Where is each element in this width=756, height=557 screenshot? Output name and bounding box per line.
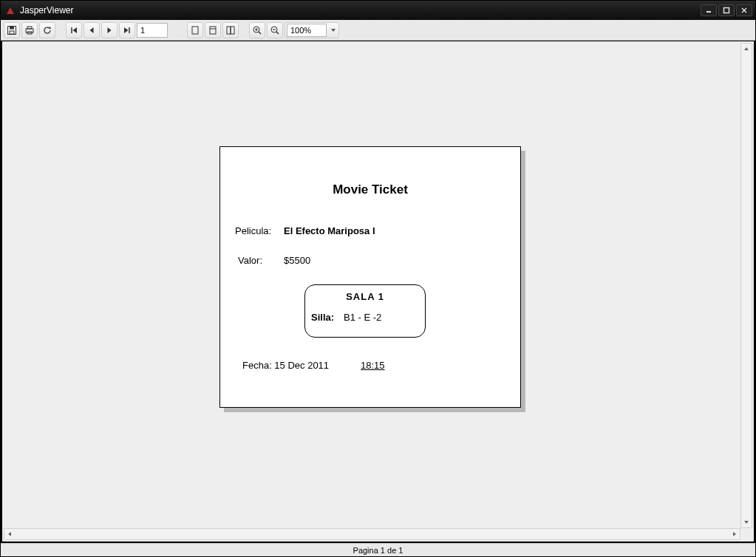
- seat-box: SALA 1 Silla: B1 - E -2: [304, 284, 426, 338]
- scroll-right-icon[interactable]: [729, 529, 740, 539]
- svg-rect-7: [10, 31, 14, 34]
- page-number-input[interactable]: [137, 23, 168, 38]
- document-viewport: Movie Ticket Pelicula: El Efecto Maripos…: [1, 41, 755, 543]
- zoom-input[interactable]: [287, 24, 327, 37]
- prev-page-button[interactable]: [84, 22, 100, 38]
- horizontal-scrollbar[interactable]: [4, 528, 740, 540]
- zoom-out-button[interactable]: [267, 22, 283, 38]
- save-button[interactable]: [4, 22, 20, 38]
- svg-rect-2: [724, 8, 729, 13]
- scroll-up-icon[interactable]: [741, 44, 752, 54]
- minimize-button[interactable]: [701, 4, 717, 16]
- svg-rect-18: [192, 27, 198, 34]
- movie-value: El Efecto Mariposa I: [284, 225, 375, 236]
- fit-width-button[interactable]: [222, 22, 239, 38]
- svg-marker-32: [744, 521, 749, 524]
- svg-rect-19: [210, 27, 216, 34]
- svg-marker-34: [733, 532, 736, 536]
- svg-marker-16: [124, 27, 129, 33]
- svg-rect-9: [27, 27, 32, 29]
- last-page-button[interactable]: [119, 22, 135, 38]
- price-value: $5500: [284, 255, 310, 266]
- svg-marker-30: [331, 29, 336, 32]
- svg-line-28: [276, 32, 279, 34]
- sala-label: SALA 1: [305, 291, 425, 302]
- movie-label: Pelicula:: [235, 225, 271, 236]
- svg-marker-11: [49, 27, 52, 29]
- status-text: Pagina 1 de 1: [353, 546, 403, 555]
- svg-rect-21: [227, 27, 231, 34]
- app-window: JasperViewer: [0, 0, 756, 557]
- actual-size-button[interactable]: [187, 22, 203, 38]
- svg-marker-33: [8, 532, 11, 536]
- scroll-down-icon[interactable]: [741, 517, 752, 527]
- reload-button[interactable]: [39, 22, 55, 38]
- zoom-in-button[interactable]: [249, 22, 265, 38]
- toolbar: [1, 20, 755, 41]
- price-label: Valor:: [238, 255, 262, 266]
- maximize-button[interactable]: [718, 4, 735, 16]
- time-value: 18:15: [361, 360, 385, 371]
- first-page-button[interactable]: [66, 22, 82, 38]
- svg-marker-15: [108, 27, 112, 33]
- fit-page-button[interactable]: [205, 22, 221, 38]
- zoom-dropdown-button[interactable]: [328, 24, 338, 37]
- seat-label: Silla:: [311, 312, 334, 323]
- status-bar: Pagina 1 de 1: [1, 543, 755, 556]
- svg-rect-6: [10, 26, 14, 29]
- next-page-button[interactable]: [101, 22, 118, 38]
- titlebar: JasperViewer: [1, 1, 755, 20]
- date-value: Fecha: 15 Dec 2011: [242, 360, 329, 371]
- svg-marker-0: [7, 7, 14, 14]
- seat-value: B1 - E -2: [344, 312, 381, 323]
- window-controls: [701, 4, 752, 16]
- close-button[interactable]: [736, 4, 752, 16]
- zoom-combo: [285, 22, 339, 38]
- svg-rect-22: [231, 27, 234, 34]
- svg-marker-31: [744, 47, 749, 50]
- window-title: JasperViewer: [20, 5, 701, 16]
- svg-marker-14: [90, 27, 94, 33]
- app-icon: [5, 5, 16, 16]
- scroll-left-icon[interactable]: [4, 529, 15, 539]
- svg-marker-13: [73, 27, 78, 33]
- canvas: Movie Ticket Pelicula: El Efecto Maripos…: [4, 43, 740, 528]
- report-page: Movie Ticket Pelicula: El Efecto Maripos…: [219, 146, 521, 408]
- ticket-title: Movie Ticket: [220, 182, 520, 197]
- svg-line-24: [259, 32, 261, 34]
- vertical-scrollbar[interactable]: [740, 43, 752, 528]
- print-button[interactable]: [21, 22, 38, 38]
